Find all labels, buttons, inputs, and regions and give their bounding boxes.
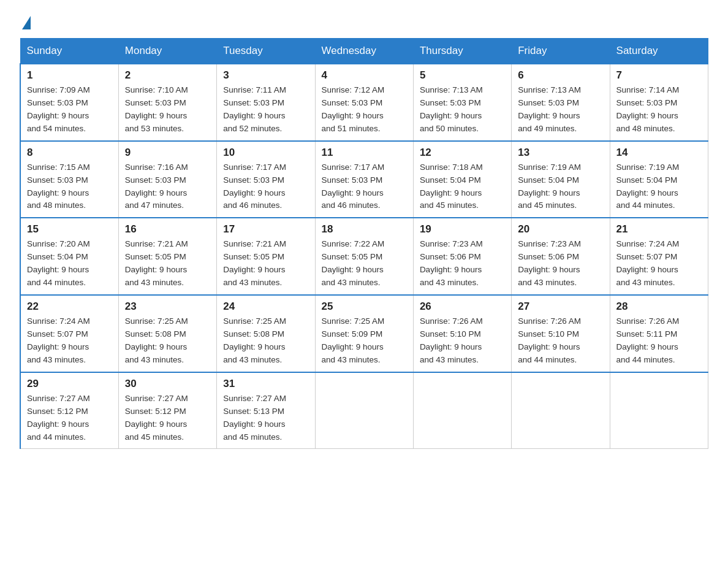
- calendar-cell: 30 Sunrise: 7:27 AMSunset: 5:12 PMDaylig…: [118, 372, 216, 449]
- day-number: 21: [616, 223, 702, 236]
- day-number: 9: [125, 147, 210, 159]
- day-info: Sunrise: 7:12 AMSunset: 5:03 PMDaylight:…: [322, 84, 407, 136]
- day-info: Sunrise: 7:19 AMSunset: 5:04 PMDaylight:…: [616, 161, 702, 213]
- day-info: Sunrise: 7:25 AMSunset: 5:09 PMDaylight:…: [322, 315, 407, 367]
- calendar-cell: 5 Sunrise: 7:13 AMSunset: 5:03 PMDayligh…: [413, 64, 511, 141]
- day-info: Sunrise: 7:11 AMSunset: 5:03 PMDaylight:…: [223, 84, 308, 136]
- day-info: Sunrise: 7:20 AMSunset: 5:04 PMDaylight:…: [27, 238, 112, 289]
- week-row-3: 15 Sunrise: 7:20 AMSunset: 5:04 PMDaylig…: [20, 218, 708, 295]
- day-info: Sunrise: 7:27 AMSunset: 5:13 PMDaylight:…: [223, 393, 308, 444]
- calendar-cell: 25 Sunrise: 7:25 AMSunset: 5:09 PMDaylig…: [315, 295, 413, 372]
- calendar-cell: 26 Sunrise: 7:26 AMSunset: 5:10 PMDaylig…: [413, 295, 511, 372]
- calendar-cell: 21 Sunrise: 7:24 AMSunset: 5:07 PMDaylig…: [610, 218, 708, 295]
- day-number: 7: [616, 69, 702, 82]
- day-number: 6: [518, 69, 603, 82]
- day-number: 22: [27, 301, 112, 313]
- day-number: 4: [322, 69, 407, 82]
- day-info: Sunrise: 7:19 AMSunset: 5:04 PMDaylight:…: [518, 161, 603, 213]
- col-monday: Monday: [118, 39, 216, 64]
- day-number: 2: [125, 69, 210, 82]
- calendar-cell: 4 Sunrise: 7:12 AMSunset: 5:03 PMDayligh…: [315, 64, 413, 141]
- calendar-cell: 2 Sunrise: 7:10 AMSunset: 5:03 PMDayligh…: [118, 64, 216, 141]
- day-number: 11: [322, 147, 407, 159]
- calendar-cell: 17 Sunrise: 7:21 AMSunset: 5:05 PMDaylig…: [217, 218, 315, 295]
- logo: [20, 17, 31, 31]
- day-number: 13: [518, 147, 603, 159]
- calendar-cell: 31 Sunrise: 7:27 AMSunset: 5:13 PMDaylig…: [217, 372, 315, 449]
- day-number: 19: [420, 223, 505, 236]
- day-number: 16: [125, 223, 210, 236]
- calendar-cell: 22 Sunrise: 7:24 AMSunset: 5:07 PMDaylig…: [20, 295, 118, 372]
- col-friday: Friday: [512, 39, 610, 64]
- day-info: Sunrise: 7:10 AMSunset: 5:03 PMDaylight:…: [125, 84, 210, 136]
- page-header: [20, 15, 708, 31]
- calendar-cell: 20 Sunrise: 7:23 AMSunset: 5:06 PMDaylig…: [512, 218, 610, 295]
- day-number: 18: [322, 223, 407, 236]
- week-row-5: 29 Sunrise: 7:27 AMSunset: 5:12 PMDaylig…: [20, 372, 708, 449]
- day-number: 28: [616, 301, 702, 313]
- day-info: Sunrise: 7:27 AMSunset: 5:12 PMDaylight:…: [27, 393, 112, 444]
- day-number: 17: [223, 223, 308, 236]
- day-info: Sunrise: 7:18 AMSunset: 5:04 PMDaylight:…: [420, 161, 505, 213]
- col-tuesday: Tuesday: [217, 39, 315, 64]
- calendar-cell: 7 Sunrise: 7:14 AMSunset: 5:03 PMDayligh…: [610, 64, 708, 141]
- calendar-cell: 10 Sunrise: 7:17 AMSunset: 5:03 PMDaylig…: [217, 141, 315, 218]
- day-info: Sunrise: 7:25 AMSunset: 5:08 PMDaylight:…: [125, 315, 210, 367]
- calendar-cell: 3 Sunrise: 7:11 AMSunset: 5:03 PMDayligh…: [217, 64, 315, 141]
- day-info: Sunrise: 7:14 AMSunset: 5:03 PMDaylight:…: [616, 84, 702, 136]
- week-row-1: 1 Sunrise: 7:09 AMSunset: 5:03 PMDayligh…: [20, 64, 708, 141]
- day-info: Sunrise: 7:23 AMSunset: 5:06 PMDaylight:…: [420, 238, 505, 289]
- calendar-cell: 23 Sunrise: 7:25 AMSunset: 5:08 PMDaylig…: [118, 295, 216, 372]
- logo-triangle-icon: [22, 16, 31, 29]
- day-number: 1: [27, 69, 112, 82]
- day-number: 23: [125, 301, 210, 313]
- day-info: Sunrise: 7:24 AMSunset: 5:07 PMDaylight:…: [27, 315, 112, 367]
- day-info: Sunrise: 7:13 AMSunset: 5:03 PMDaylight:…: [518, 84, 603, 136]
- calendar-cell: 9 Sunrise: 7:16 AMSunset: 5:03 PMDayligh…: [118, 141, 216, 218]
- calendar-cell: 8 Sunrise: 7:15 AMSunset: 5:03 PMDayligh…: [20, 141, 118, 218]
- calendar-cell: 27 Sunrise: 7:26 AMSunset: 5:10 PMDaylig…: [512, 295, 610, 372]
- day-number: 26: [420, 301, 505, 313]
- day-number: 15: [27, 223, 112, 236]
- day-number: 12: [420, 147, 505, 159]
- day-number: 31: [223, 378, 308, 390]
- calendar-cell: [512, 372, 610, 449]
- col-thursday: Thursday: [413, 39, 511, 64]
- col-sunday: Sunday: [20, 39, 118, 64]
- day-info: Sunrise: 7:27 AMSunset: 5:12 PMDaylight:…: [125, 393, 210, 444]
- day-info: Sunrise: 7:15 AMSunset: 5:03 PMDaylight:…: [27, 161, 112, 213]
- day-info: Sunrise: 7:26 AMSunset: 5:10 PMDaylight:…: [518, 315, 603, 367]
- calendar-table: Sunday Monday Tuesday Wednesday Thursday…: [20, 38, 708, 449]
- day-number: 27: [518, 301, 603, 313]
- day-number: 20: [518, 223, 603, 236]
- day-info: Sunrise: 7:17 AMSunset: 5:03 PMDaylight:…: [223, 161, 308, 213]
- calendar-cell: 6 Sunrise: 7:13 AMSunset: 5:03 PMDayligh…: [512, 64, 610, 141]
- day-info: Sunrise: 7:21 AMSunset: 5:05 PMDaylight:…: [125, 238, 210, 289]
- day-number: 24: [223, 301, 308, 313]
- day-info: Sunrise: 7:21 AMSunset: 5:05 PMDaylight:…: [223, 238, 308, 289]
- week-row-2: 8 Sunrise: 7:15 AMSunset: 5:03 PMDayligh…: [20, 141, 708, 218]
- calendar-cell: 18 Sunrise: 7:22 AMSunset: 5:05 PMDaylig…: [315, 218, 413, 295]
- calendar-cell: [315, 372, 413, 449]
- day-info: Sunrise: 7:22 AMSunset: 5:05 PMDaylight:…: [322, 238, 407, 289]
- calendar-cell: 13 Sunrise: 7:19 AMSunset: 5:04 PMDaylig…: [512, 141, 610, 218]
- calendar-cell: 1 Sunrise: 7:09 AMSunset: 5:03 PMDayligh…: [20, 64, 118, 141]
- day-info: Sunrise: 7:25 AMSunset: 5:08 PMDaylight:…: [223, 315, 308, 367]
- calendar-cell: 29 Sunrise: 7:27 AMSunset: 5:12 PMDaylig…: [20, 372, 118, 449]
- calendar-cell: 24 Sunrise: 7:25 AMSunset: 5:08 PMDaylig…: [217, 295, 315, 372]
- calendar-cell: 11 Sunrise: 7:17 AMSunset: 5:03 PMDaylig…: [315, 141, 413, 218]
- day-number: 29: [27, 378, 112, 390]
- calendar-cell: 28 Sunrise: 7:26 AMSunset: 5:11 PMDaylig…: [610, 295, 708, 372]
- calendar-cell: [610, 372, 708, 449]
- col-saturday: Saturday: [610, 39, 708, 64]
- week-row-4: 22 Sunrise: 7:24 AMSunset: 5:07 PMDaylig…: [20, 295, 708, 372]
- col-wednesday: Wednesday: [315, 39, 413, 64]
- day-info: Sunrise: 7:09 AMSunset: 5:03 PMDaylight:…: [27, 84, 112, 136]
- calendar-cell: 16 Sunrise: 7:21 AMSunset: 5:05 PMDaylig…: [118, 218, 216, 295]
- day-number: 14: [616, 147, 702, 159]
- day-info: Sunrise: 7:16 AMSunset: 5:03 PMDaylight:…: [125, 161, 210, 213]
- day-number: 5: [420, 69, 505, 82]
- calendar-cell: [413, 372, 511, 449]
- day-info: Sunrise: 7:13 AMSunset: 5:03 PMDaylight:…: [420, 84, 505, 136]
- day-number: 10: [223, 147, 308, 159]
